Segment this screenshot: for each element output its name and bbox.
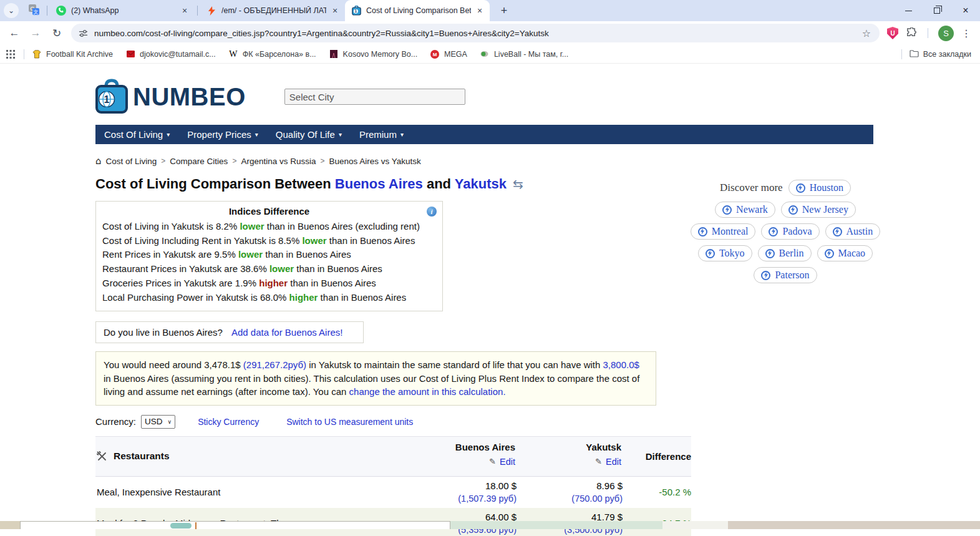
column-city1: Buenos Aires ✎ Edit — [398, 437, 517, 476]
sticky-currency-link[interactable]: Sticky Currency — [198, 417, 259, 427]
discover-city-pill[interactable]: Houston — [788, 180, 851, 196]
info-icon[interactable]: i — [427, 207, 437, 217]
bookmark-item[interactable]: M MEGA — [430, 49, 467, 59]
restore-button[interactable] — [923, 0, 951, 21]
bookmark-label: MEGA — [444, 50, 467, 59]
discover-city-pill[interactable]: Berlin — [758, 245, 812, 261]
select-city-input[interactable] — [284, 89, 465, 105]
discover-city-pill[interactable]: New Jersey — [781, 202, 856, 218]
estimate-usd-link[interactable]: 3,800.0$ — [603, 359, 639, 370]
tab-forum[interactable]: /em/ - ОБЪЕДИНЕННЫЙ ЛАТИ × — [200, 0, 345, 21]
tab-separator — [47, 6, 47, 16]
discover-more: Discover more Houston Newark New Jersey … — [691, 180, 880, 289]
address-bar[interactable]: numbeo.com/cost-of-living/compare_cities… — [71, 24, 880, 42]
discover-city-pill[interactable]: Macao — [817, 245, 873, 261]
url-text: numbeo.com/cost-of-living/compare_cities… — [94, 29, 860, 38]
swap-cities-icon[interactable]: ⇆ — [513, 177, 523, 192]
kosovo-memory-icon — [329, 49, 339, 59]
close-button[interactable]: × — [951, 0, 980, 21]
row-city2-value: 8.96 $ (750.00 руб) — [517, 480, 623, 505]
tab-search-button[interactable]: ⌄ — [4, 3, 19, 18]
bookmarks-bar: Football Kit Archive djokovic@tutamail.c… — [0, 45, 980, 64]
edit-link[interactable]: Edit — [606, 457, 621, 467]
currency-label: Currency: — [95, 416, 136, 427]
mega-icon: M — [430, 49, 440, 59]
title-city2: Yakutsk — [455, 176, 507, 192]
bookmark-label: LiveBall - Мы там, г... — [494, 50, 568, 59]
nav-premium[interactable]: Premium ▾ — [351, 129, 412, 140]
ublock-extension-icon[interactable]: U — [887, 27, 898, 39]
row-difference: -50.2 % — [623, 487, 691, 497]
row-label: Meal, Inexpensive Restaurant — [95, 487, 398, 497]
apps-grid-icon[interactable] — [6, 50, 15, 59]
discover-city-pill[interactable]: Montreal — [691, 223, 756, 240]
translate-icon: G 文 — [29, 4, 39, 15]
add-data-link[interactable]: Add data for Buenos Aires! — [231, 327, 342, 338]
indices-title: Indices Difference — [102, 206, 436, 217]
bookmark-item[interactable]: LiveBall - Мы там, г... — [480, 49, 568, 59]
translate-pinned-tab[interactable]: G 文 — [29, 4, 39, 17]
title-and: and — [423, 176, 455, 192]
nav-property-prices[interactable]: Property Prices ▾ — [178, 129, 267, 140]
compare-icon — [706, 249, 715, 258]
profile-avatar[interactable]: S — [938, 26, 954, 41]
compare-icon — [788, 205, 798, 215]
compare-icon — [761, 271, 770, 280]
edit-city2[interactable]: ✎ Edit — [517, 457, 621, 467]
breadcrumb-separator: > — [161, 157, 165, 165]
home-icon[interactable]: ⌂ — [95, 155, 102, 167]
liveball-icon — [480, 49, 490, 59]
reload-button[interactable]: ↻ — [47, 24, 66, 42]
nav-quality-of-life[interactable]: Quality Of Life ▾ — [267, 129, 351, 140]
toolbar-separator — [928, 28, 928, 38]
chevron-down-icon: ▾ — [167, 131, 170, 138]
strip-detail — [195, 522, 196, 529]
minimize-button[interactable] — [894, 0, 923, 21]
breadcrumb-item[interactable]: Cost of Living — [106, 157, 157, 166]
page-title: Cost of Living Comparison Between Buenos… — [95, 176, 507, 192]
pencil-icon: ✎ — [489, 457, 496, 466]
tab-whatsapp[interactable]: (2) WhatsApp × — [50, 0, 195, 21]
breadcrumb-item[interactable]: Compare Cities — [170, 157, 228, 166]
extensions-puzzle-icon[interactable] — [906, 27, 918, 39]
change-amount-link[interactable]: change the amount in this calculation. — [349, 386, 506, 397]
edit-city1[interactable]: ✎ Edit — [398, 457, 515, 467]
breadcrumb-item[interactable]: Argentina vs Russia — [241, 157, 316, 166]
all-bookmarks[interactable]: Все закладки — [899, 49, 974, 60]
section-title: Restaurants — [114, 451, 170, 462]
switch-units-link[interactable]: Switch to US measurement units — [286, 417, 413, 427]
chrome-menu-icon[interactable]: ⋮ — [961, 27, 971, 39]
discover-city-pill[interactable]: Tokyo — [698, 245, 752, 261]
estimate-text: in Yakutsk to maintain the same standard… — [306, 359, 603, 370]
discover-city-pill[interactable]: Newark — [715, 202, 775, 218]
bookmark-item[interactable]: W ФК «Барселона» в... — [228, 49, 316, 59]
estimate-box: You would need around 3,478.1$ (291,267.… — [95, 351, 656, 406]
numbeo-logo-icon[interactable]: 1 — [95, 79, 128, 115]
index-line: Local Purchasing Power in Yakutsk is 68.… — [102, 291, 436, 305]
strip-segment — [20, 521, 450, 529]
estimate-rub-link[interactable]: (291,267.2руб) — [243, 359, 306, 370]
edit-link[interactable]: Edit — [500, 457, 515, 467]
currency-row: Currency: USD ∨ Sticky Currency Switch t… — [95, 415, 873, 429]
tab-close-icon[interactable]: × — [475, 6, 485, 16]
tab-numbeo-active[interactable]: 1 Cost of Living Comparison Betw × — [345, 0, 490, 21]
discover-city-pill[interactable]: Austin — [825, 223, 881, 240]
tab-strip: ⌄ G 文 (2) WhatsApp × /em/ - ОБЪЕДИНЕННЫЙ… — [0, 0, 980, 21]
bookmark-star-icon[interactable]: ☆ — [860, 27, 873, 39]
bookmark-item[interactable]: Kosovo Memory Bo... — [329, 49, 418, 59]
restaurants-icon — [97, 451, 107, 462]
bookmark-item[interactable]: Football Kit Archive — [32, 49, 113, 59]
tab-close-icon[interactable]: × — [330, 6, 340, 16]
strip-segment — [662, 521, 728, 529]
back-button[interactable]: ← — [5, 24, 24, 42]
numbeo-wordmark[interactable]: NUMBEO — [133, 83, 246, 111]
tab-close-icon[interactable]: × — [180, 6, 190, 16]
folder-icon — [910, 49, 919, 60]
new-tab-button[interactable]: + — [496, 2, 512, 19]
discover-city-pill[interactable]: Padova — [761, 223, 819, 240]
discover-city-pill[interactable]: Paterson — [754, 267, 817, 283]
currency-select[interactable]: USD ∨ — [141, 415, 175, 429]
forward-button[interactable]: → — [26, 24, 45, 42]
bookmark-item[interactable]: djokovic@tutamail.c... — [125, 49, 216, 59]
nav-cost-of-living[interactable]: Cost Of Living ▾ — [95, 129, 178, 140]
